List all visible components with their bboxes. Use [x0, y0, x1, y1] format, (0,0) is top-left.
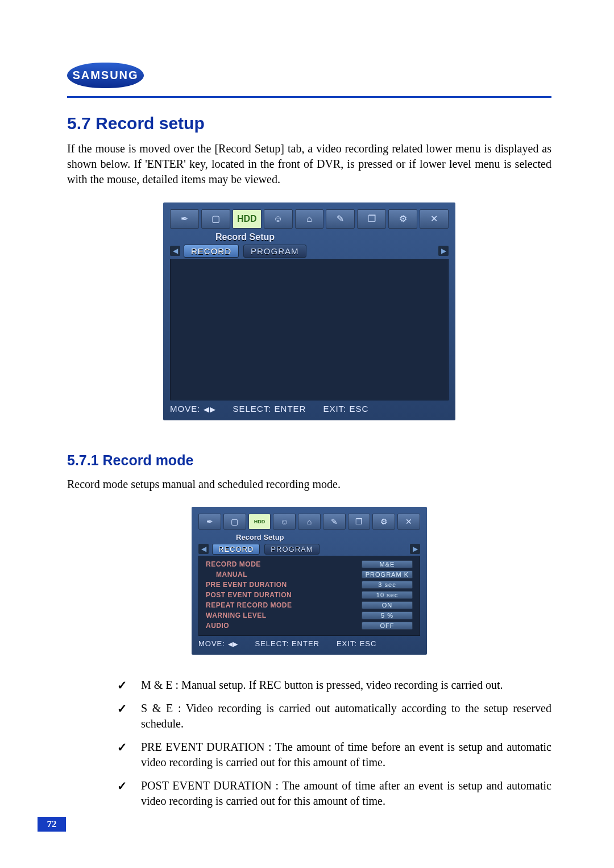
figure-record-setup-tabs: ✒ ▢ HDD ☺ ⌂ ✎ ❐ ⚙ ✕ Record Setup ◀ RECOR… — [67, 202, 551, 420]
network-icon[interactable]: ⚙ — [372, 514, 395, 530]
osd2-settings-list: RECORD MODEM&EMANUALPROGRAM KPRE EVENT D… — [198, 556, 420, 636]
tab-record[interactable]: RECORD — [212, 544, 260, 555]
setting-row: MANUALPROGRAM K — [206, 569, 413, 580]
tab-record[interactable]: RECORD — [184, 245, 239, 258]
osd2-statusbar: MOVE: ◀▶ SELECT: ENTER EXIT: ESC — [198, 639, 420, 648]
setting-label: POST EVENT DURATION — [206, 591, 292, 599]
setting-value[interactable]: M&E — [362, 560, 413, 568]
pencil-icon[interactable]: ✎ — [326, 209, 355, 229]
setting-label: RECORD MODE — [206, 560, 261, 568]
doc-icon[interactable]: ❐ — [348, 514, 371, 530]
note-item: S & E : Video recording is carried out a… — [67, 701, 551, 739]
setting-value[interactable]: OFF — [362, 622, 413, 630]
osd1-tabbar: ◀ RECORD PROGRAM ▶ — [170, 245, 449, 258]
pencil-icon[interactable]: ✎ — [323, 514, 346, 530]
osd-screenshot-2: ✒ ▢ HDD ☺ ⌂ ✎ ❐ ⚙ ✕ Record Setup ◀ RECOR… — [192, 507, 427, 655]
record-mode-notes: M & E : Manual setup. If REC button is p… — [67, 677, 551, 817]
setting-row: RECORD MODEM&E — [206, 559, 413, 569]
setting-label: WARNING LEVEL — [206, 611, 267, 619]
osd-screenshot-1: ✒ ▢ HDD ☺ ⌂ ✎ ❐ ⚙ ✕ Record Setup ◀ RECOR… — [163, 202, 455, 420]
monitor-icon[interactable]: ▢ — [223, 514, 246, 530]
osd1-content-area — [170, 259, 449, 400]
heading-record-setup: 5.7 Record setup — [67, 114, 551, 133]
status-select: SELECT: ENTER — [255, 639, 320, 648]
setting-row: REPEAT RECORD MODEON — [206, 600, 413, 610]
setting-value[interactable]: ON — [362, 601, 413, 609]
setting-row: PRE EVENT DURATION3 sec — [206, 580, 413, 590]
people-icon[interactable]: ☺ — [264, 209, 293, 229]
paragraph-record-mode: Record mode setups manual and scheduled … — [67, 477, 551, 492]
note-item: M & E : Manual setup. If REC button is p… — [67, 677, 551, 701]
status-exit: EXIT: ESC — [323, 404, 368, 414]
tabbar-left-arrow-icon[interactable]: ◀ — [198, 544, 209, 554]
setting-label: REPEAT RECORD MODE — [206, 601, 292, 609]
close-icon[interactable]: ✕ — [397, 514, 420, 530]
lock-icon[interactable]: ⌂ — [295, 209, 324, 229]
osd2-iconbar: ✒ ▢ HDD ☺ ⌂ ✎ ❐ ⚙ ✕ — [198, 514, 420, 530]
samsung-logo: SAMSUNG — [67, 63, 144, 88]
setting-row: AUDIOOFF — [206, 621, 413, 631]
osd1-statusbar: MOVE: ◀▶ SELECT: ENTER EXIT: ESC — [170, 404, 449, 414]
setting-label: AUDIO — [206, 622, 229, 630]
note-item: PRE EVENT DURATION : The amount of time … — [67, 739, 551, 778]
setting-label: MANUAL — [216, 571, 247, 578]
status-move: MOVE: ◀▶ — [170, 404, 216, 414]
osd1-iconbar: ✒ ▢ HDD ☺ ⌂ ✎ ❐ ⚙ ✕ — [170, 209, 449, 229]
hdd-icon[interactable]: HDD — [248, 514, 271, 530]
tabbar-left-arrow-icon[interactable]: ◀ — [170, 246, 180, 256]
tabbar-right-arrow-icon[interactable]: ▶ — [410, 544, 420, 554]
status-move: MOVE: ◀▶ — [198, 639, 238, 648]
setting-value[interactable]: 5 % — [362, 611, 413, 619]
tabbar-right-arrow-icon[interactable]: ▶ — [438, 246, 449, 256]
people-icon[interactable]: ☺ — [273, 514, 296, 530]
heading-record-mode: 5.7.1 Record mode — [67, 452, 551, 469]
close-icon[interactable]: ✕ — [420, 209, 449, 229]
manual-page: SAMSUNG 5.7 Record setup If the mouse is… — [0, 0, 614, 868]
setting-value[interactable]: 10 sec — [362, 591, 413, 599]
network-icon[interactable]: ⚙ — [388, 209, 417, 229]
setting-value[interactable]: 3 sec — [362, 581, 413, 589]
status-exit: EXIT: ESC — [337, 639, 376, 648]
monitor-icon[interactable]: ▢ — [201, 209, 230, 229]
paragraph-record-setup: If the mouse is moved over the [Record S… — [67, 141, 551, 188]
wrench-icon[interactable]: ✒ — [198, 514, 221, 530]
tab-program[interactable]: PROGRAM — [243, 245, 306, 258]
hdd-icon[interactable]: HDD — [233, 209, 262, 229]
page-number: 72 — [38, 817, 66, 832]
figure-record-mode-detail: ✒ ▢ HDD ☺ ⌂ ✎ ❐ ⚙ ✕ Record Setup ◀ RECOR… — [67, 507, 551, 655]
header-divider — [67, 96, 551, 98]
status-select: SELECT: ENTER — [233, 404, 306, 414]
note-item: POST EVENT DURATION : The amount of time… — [67, 778, 551, 817]
osd1-title: Record Setup — [215, 232, 449, 242]
samsung-logo-text: SAMSUNG — [72, 69, 138, 82]
tab-program[interactable]: PROGRAM — [264, 544, 319, 555]
wrench-icon[interactable]: ✒ — [170, 209, 199, 229]
osd2-tabbar: ◀ RECORD PROGRAM ▶ — [198, 544, 420, 555]
setting-row: POST EVENT DURATION10 sec — [206, 590, 413, 600]
osd2-title: Record Setup — [236, 533, 420, 542]
setting-row: WARNING LEVEL5 % — [206, 610, 413, 621]
setting-label: PRE EVENT DURATION — [206, 581, 287, 589]
lock-icon[interactable]: ⌂ — [298, 514, 321, 530]
setting-value[interactable]: PROGRAM K — [362, 571, 413, 578]
doc-icon[interactable]: ❐ — [357, 209, 386, 229]
